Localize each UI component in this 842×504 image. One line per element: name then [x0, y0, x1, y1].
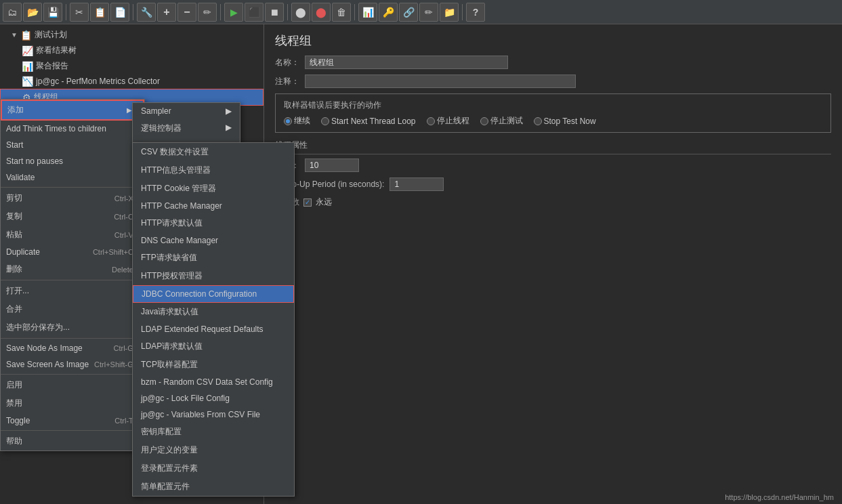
ctx-menu-save-screen[interactable]: Save Screen As Image Ctrl+Shift-G	[1, 356, 144, 373]
toolbar-add-btn[interactable]: +	[157, 3, 176, 22]
config-item-jdbc[interactable]: JDBC Connection Configuration	[133, 285, 294, 303]
radio-stop-thread[interactable]: 停止线程	[427, 115, 469, 127]
ctx-menu-copy-label: 复制	[6, 211, 22, 222]
ctx-menu-start-no-pauses[interactable]: Start no pauses	[1, 153, 144, 169]
ctx-menu-cut-label: 剪切	[6, 192, 22, 204]
radio-circle-continue	[284, 117, 292, 125]
config-item-login[interactable]: 登录配置元件素	[133, 459, 294, 478]
ctx-menu-toggle[interactable]: Toggle Ctrl-T	[1, 413, 144, 429]
config-item-bzm[interactable]: bzm - Random CSV Data Set Config	[133, 374, 294, 390]
toolbar-chart-btn[interactable]: 📊	[358, 3, 377, 22]
loop-forever-checkbox[interactable]: ✓	[303, 198, 312, 207]
toolbar-open-btn[interactable]: 📂	[23, 3, 42, 22]
comment-input[interactable]	[305, 75, 576, 88]
ctx-menu-validate[interactable]: Validate	[1, 169, 144, 186]
thread-props-section: 线程属性 程数： Ramp-Up Period (in seconds): 环次…	[275, 140, 831, 208]
name-field-row: 名称：	[275, 56, 831, 69]
toolbar-key-btn[interactable]: 🔑	[379, 3, 398, 22]
threads-input[interactable]	[305, 159, 359, 172]
config-item-http-default[interactable]: HTTP请求默认值	[133, 214, 294, 232]
toolbar-cut-btn[interactable]: ✂	[70, 3, 89, 22]
toolbar-save-btn[interactable]: 💾	[43, 3, 62, 22]
ctx-menu-start[interactable]: Start	[1, 137, 144, 153]
radio-stop-test-now[interactable]: Stop Test Now	[534, 117, 596, 126]
ctx-menu-save-node[interactable]: Save Node As Image Ctrl-G	[1, 340, 144, 356]
toolbar-pen-btn[interactable]: ✏	[419, 3, 438, 22]
toolbar-stop-all-btn[interactable]: ⬛	[245, 3, 264, 22]
config-item-java-default[interactable]: Java请求默认值	[133, 303, 294, 321]
toolbar-paste-btn[interactable]: 📄	[110, 3, 129, 22]
toolbar-link-btn[interactable]: 🔗	[399, 3, 418, 22]
toolbar-start-btn[interactable]: ▶	[224, 3, 243, 22]
config-item-keystore[interactable]: 密钥库配置	[133, 423, 294, 441]
config-item-simple-label: 简单配置元件	[141, 482, 190, 491]
tree-item-test-plan[interactable]: ▼ 📋 测试计划	[0, 27, 264, 43]
ctx-menu-open[interactable]: 打开...	[1, 282, 144, 300]
ctx-menu-cut[interactable]: 剪切 Ctrl-X	[1, 189, 144, 207]
tree-label-perfmon: jp@gc - PerfMon Metrics Collector	[36, 77, 160, 86]
toolbar-red-btn[interactable]: ⬤	[312, 3, 331, 22]
toolbar-edit-btn[interactable]: ✏	[198, 3, 217, 22]
config-item-simple[interactable]: 简单配置元件	[133, 478, 294, 496]
ctx-menu-save-selected[interactable]: 选中部分保存为...	[1, 318, 144, 337]
tree-item-perfmon[interactable]: 📉 jp@gc - PerfMon Metrics Collector	[0, 74, 264, 89]
threads-field-row: 程数：	[275, 159, 831, 172]
ctx-menu-add[interactable]: 添加 ▶	[1, 100, 144, 121]
config-item-http-header[interactable]: HTTP信息头管理器	[133, 161, 294, 180]
config-item-user-var-label: 用户定义的变量	[141, 445, 198, 455]
toolbar-new-btn[interactable]: 🗂	[3, 3, 22, 22]
radio-stop-test[interactable]: 停止测试	[480, 115, 523, 127]
radio-next-loop[interactable]: Start Next Thread Loop	[321, 117, 416, 126]
toolbar-folder-btn[interactable]: 📁	[440, 3, 459, 22]
context-menu-overlay: 添加 ▶ Add Think Times to children Start S…	[0, 99, 145, 451]
ctx-menu-copy[interactable]: 复制 Ctrl-C	[1, 207, 144, 226]
toolbar-circle-btn[interactable]: ⬤	[291, 3, 310, 22]
ctx-menu-disable[interactable]: 禁用	[1, 394, 144, 413]
config-item-csv-var[interactable]: jp@gc - Variables From CSV File	[133, 406, 294, 423]
ctx-menu-think-times[interactable]: Add Think Times to children	[1, 121, 144, 137]
sampler-submenu-label[interactable]: Sampler ▶	[133, 103, 240, 119]
ctx-menu-delete[interactable]: 删除 Delete	[1, 260, 144, 278]
config-item-http-auth[interactable]: HTTP授权管理器	[133, 267, 294, 285]
ctx-menu-enable-label: 启用	[6, 379, 22, 391]
ctx-menu-duplicate-label: Duplicate	[6, 247, 40, 257]
toolbar-trash-btn[interactable]: 🗑	[332, 3, 351, 22]
ctx-menu-cut-shortcut: Ctrl-X	[114, 194, 133, 203]
config-item-user-var[interactable]: 用户定义的变量	[133, 441, 294, 459]
other-submenu-logic[interactable]: 逻辑控制器 ▶	[133, 119, 240, 138]
ctx-menu-delete-label: 删除	[6, 264, 22, 275]
toolbar-help-btn[interactable]: ?	[466, 3, 485, 22]
config-item-ldap-ext[interactable]: LDAP Extended Request Defaults	[133, 321, 294, 337]
tree-item-aggregate[interactable]: 📊 聚合报告	[0, 58, 264, 74]
rampup-input[interactable]	[390, 177, 444, 191]
config-item-http-cache[interactable]: HTTP Cache Manager	[133, 198, 294, 214]
ctx-menu-help[interactable]: 帮助	[1, 432, 144, 450]
panel-title: 线程组	[275, 33, 831, 49]
ctx-menu-toggle-shortcut: Ctrl-T	[114, 417, 133, 425]
config-item-tcp[interactable]: TCP取样器配置	[133, 356, 294, 374]
radio-circle-stop-test-now	[534, 117, 542, 125]
ctx-menu-paste-shortcut: Ctrl-V	[114, 231, 133, 239]
config-item-csv-var-label: jp@gc - Variables From CSV File	[141, 410, 260, 419]
config-item-http-cookie[interactable]: HTTP Cookie 管理器	[133, 180, 294, 198]
toolbar-sep-4	[287, 4, 288, 20]
ctx-menu-merge[interactable]: 合并	[1, 300, 144, 318]
config-item-dns[interactable]: DNS Cache Manager	[133, 232, 294, 249]
ctx-menu-enable[interactable]: 启用	[1, 376, 144, 394]
toolbar-stop-btn[interactable]: ⏹	[265, 3, 284, 22]
tree-item-result-tree[interactable]: 📈 察看结果树	[0, 43, 264, 58]
toolbar-copy-btn[interactable]: 📋	[90, 3, 109, 22]
ctx-menu-sep-5	[1, 430, 144, 431]
toolbar-settings-btn[interactable]: 🔧	[137, 3, 156, 22]
name-input[interactable]	[305, 56, 508, 69]
ctx-menu-duplicate[interactable]: Duplicate Ctrl+Shift+C	[1, 244, 144, 260]
ctx-menu-sep-1	[1, 187, 144, 188]
context-menu: 添加 ▶ Add Think Times to children Start S…	[0, 99, 145, 451]
config-item-lock[interactable]: jp@gc - Lock File Config	[133, 390, 294, 406]
radio-continue[interactable]: 继续	[284, 115, 310, 127]
ctx-menu-paste[interactable]: 粘贴 Ctrl-V	[1, 226, 144, 244]
config-item-ldap-default[interactable]: LDAP请求默认值	[133, 337, 294, 356]
toolbar-remove-btn[interactable]: −	[177, 3, 196, 22]
config-item-ftp[interactable]: FTP请求缺省值	[133, 249, 294, 267]
config-item-csv[interactable]: CSV 数据文件设置	[133, 143, 294, 161]
